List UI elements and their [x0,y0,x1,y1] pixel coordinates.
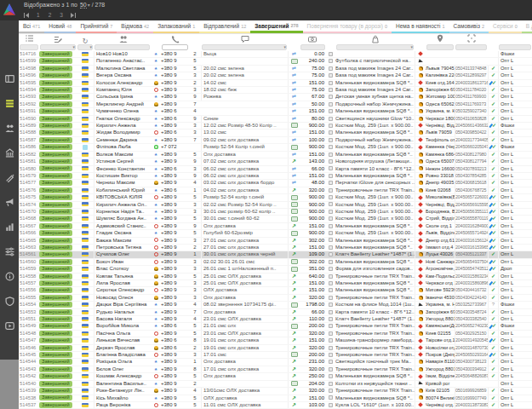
table-row[interactable]: 514551ЗавершенийБасова Наталя*+380 9423.… [19,316,532,323]
table-row[interactable]: 514588ЗавершенийЖидак Володимир+380 6313… [19,130,532,136]
sidebar-item-dashboard[interactable] [0,66,19,91]
column-header-address[interactable] [426,34,455,43]
table-row[interactable]: 514567ЗавершенийАдамовский Станис..+380 … [19,223,532,230]
table-row[interactable]: 514574ЗавершенийКирилич Анжела Ол..*+380… [19,202,532,209]
last-page-button[interactable] [71,13,76,18]
sidebar-item-tutorials[interactable] [0,314,19,338]
table-row[interactable]: 514576ЗавершенийКобилинський Юрий*+380 6… [19,187,532,194]
tab-Самовивіз[interactable]: Самовивіз2 [449,20,489,33]
table-row[interactable]: 514563ЗавершенийПетровська Тетяна+380 92… [19,245,532,251]
chevron-down-icon[interactable]: ▾ [410,44,413,49]
filter-input-address[interactable] [426,44,454,50]
sidebar-item-store[interactable] [0,141,19,165]
table-row[interactable]: 514540ЗавершенийВалентина Василье..*+380… [19,381,532,388]
filter-input-amount[interactable] [300,44,325,50]
table-row[interactable]: 514537ЗавершенийРаца Вероніка+380 9511.0… [19,402,532,409]
ukraine-flag-icon [82,281,89,285]
sidebar-item-marketing[interactable] [0,190,19,215]
chevron-down-icon[interactable]: ▾ [89,44,92,49]
sidebar-item-orders[interactable] [0,91,19,116]
table-row[interactable]: 514580ЗавершенийФесенко Константин*+380 … [19,166,532,173]
table-row[interactable]: 514577ЗавершенийЧерниш Максим+380 9403.0… [19,180,532,187]
table-row[interactable]: 514554ЗавершенийДацюк Віра Сергіївна*+38… [19,302,532,308]
column-header-id[interactable] [19,34,39,43]
sidebar-item-security[interactable] [0,289,19,314]
chevron-down-icon[interactable]: ▾ [283,44,286,49]
app-logo[interactable] [2,2,17,18]
filter-input-status[interactable]: ▾ [40,44,76,50]
sidebar-item-info[interactable] [0,264,19,289]
first-page-button[interactable] [24,13,29,18]
table-row[interactable]: 514716ЗавершенийНов10 Нов10*+380 92Выца⇄… [19,51,532,58]
order-id: 514561 [19,251,39,257]
status-badge-label: Завершений [39,144,72,150]
sidebar-item-clients[interactable] [0,116,19,141]
sidebar-item-statistics[interactable] [0,215,19,239]
sidebar-item-settings[interactable] [0,239,19,264]
delivery-city: Ізмаил отд.4 [426,245,455,251]
table-row[interactable]: 514598ЗавершенийМалютина Светлана*+380 9… [19,66,532,72]
page-number-button[interactable]: 2 [49,12,52,18]
table-row[interactable]: 514548ЗавершенийПасічна Ольга+380 9523.0… [19,331,532,337]
table-row[interactable]: 514558ЗавершенийКовпак Татьяна+380 9525.… [19,274,532,280]
table-row[interactable]: 514593ЗавершенийСольська Ірина*+380 99Ро… [19,94,532,101]
table-row[interactable]: 514579ЗавершенийКостишин Виктор*+380 990… [19,173,532,180]
table-row[interactable]: 514556ЗавершенийСиротюк Олександр+380 93… [19,287,532,294]
sidebar-item-handwriting[interactable] [0,165,19,190]
status-badge-label: Завершений [39,309,72,315]
filter-input-price-type[interactable] [499,44,531,50]
table-row[interactable]: 514587ЗавершенийСеменюк Дарина*+380 9709… [19,137,532,144]
table-row[interactable]: 514591ЗавершенийЧумаченко Олена*+380 64⇄… [19,108,532,115]
filter-input-comment[interactable]: ▾ [202,44,287,50]
table-row[interactable]: 514560ЗавершенийБокоч Иван+380 9302.02 3… [19,259,532,266]
chevron-down-icon[interactable]: ▾ [72,44,75,49]
table-row[interactable]: 514568ЗавершенийШумляс Богдана Ан..*+380… [19,216,532,222]
table-row[interactable]: 514596ЗавершенийВегера Оксана*+380 9320.… [19,72,532,79]
order-comment: 30.01 смс розмір 60-62 колір .. [201,209,288,215]
table-row[interactable]: 514565ЗавершенийБаюка Максим+380 9327.01… [19,238,532,245]
table-row[interactable]: 514561ЗавершенийСучилов Олег+380 9130.01… [19,251,532,258]
tab-count: 1 [192,24,195,29]
table-row[interactable]: 514544ЗавершенийРокіцька Ольга*+380 91Ол… [19,359,532,366]
table-row[interactable]: 514539ЗавершенийРоке-Бетанкурт Лін..+380… [19,388,532,395]
table-row[interactable]: 514557ЗавершенийЛила Ярослав+380 9325.01… [19,280,532,287]
table-row[interactable]: 514549ЗавершенийВоробйов Микола*+380 652… [19,323,532,330]
page-number-button[interactable]: 1 [37,12,40,18]
table-row[interactable]: 514586ЗавершенийФіліпова Люба+7 072Розмі… [19,144,532,151]
table-row[interactable]: 514555ЗавершенийНовосад Олеся+380 93Олх … [19,295,532,302]
column-header-ttn[interactable] [455,34,488,43]
table-row[interactable]: 514592ЗавершенийМерклингер Андрей+380 97… [19,101,532,108]
page-size-dropdown[interactable]: 50 [80,2,87,9]
filter-input-phone[interactable] [162,44,188,50]
table-row[interactable]: 514547ЗавершенийЛиньков Вячеслав+380 681… [19,337,532,344]
filter-input-ttn[interactable] [455,44,487,50]
table-row[interactable]: 514582ЗавершенийВолков Максим*+380 95Олх… [19,152,532,158]
filter-input-products[interactable]: ▾ [336,44,414,50]
tab-В дорозі додому[interactable]: В дорозі додому [522,20,532,33]
table-row[interactable]: 514546ЗавершенийДеркач Ярослав+380 6219.… [19,345,532,352]
table-row[interactable]: 514545ЗавершенийБлагінна Владіслава+380 … [19,352,532,359]
filter-input-client[interactable] [94,44,150,50]
tab-Сервіси[interactable]: Сервіси0 [489,20,522,33]
table-row[interactable]: 514553ЗавершенийРудько Наталья*+380 97Ол… [19,309,532,316]
table-row[interactable]: 514581ЗавершенийУстинов Сергей*+380 9907… [19,158,532,165]
payment-method-icon: ⇄ [288,137,300,143]
page-number-button[interactable]: 3 [60,12,63,18]
table-row[interactable]: 514559ЗавершенийВлас Слоткоу+380 9326.01… [19,266,532,273]
table-row[interactable]: 514575ЗавершенийКВІТОВСЬКА ЮЛІЯ+380 95Ро… [19,194,532,201]
table-row[interactable]: 514595ЗавершенийКолосок Александр+380 92… [19,80,532,87]
payment-method-icon: ↗ [288,295,300,301]
filter-input-channel[interactable]: ▾ [77,44,93,50]
client-name: Черниш Максим [94,180,151,186]
table-row[interactable]: 514590ЗавершенийГнатюк Олександр*+380 69… [19,116,532,123]
filter-input-id[interactable] [20,44,38,50]
table-row[interactable]: 514570ЗавершенийКорнелюк Надія Та..*+380… [19,209,532,216]
table-row[interactable]: 514566ЗавершенийГладик Оксана*+380 95Гол… [19,230,532,237]
table-row[interactable]: 514543ЗавершенийБєлов Олег*+380 9817.01 … [19,366,532,373]
table-row[interactable]: 514599ЗавершенийПотапенко Анастас..*+380… [19,58,532,65]
table-row[interactable]: 514594ЗавершенийКомпанец Юля+380 9318.02… [19,87,532,94]
table-row[interactable]: 514538ЗавершенийКісь Михайло*+380 95ОЛХ … [19,395,532,402]
table-row[interactable]: 514542ЗавершенийКошмак Александр+380 95О… [19,373,532,380]
table-row[interactable]: 514589ЗавершенийКирилич Анжела*+380 9312… [19,123,532,130]
source-red-ring-icon [151,251,161,257]
